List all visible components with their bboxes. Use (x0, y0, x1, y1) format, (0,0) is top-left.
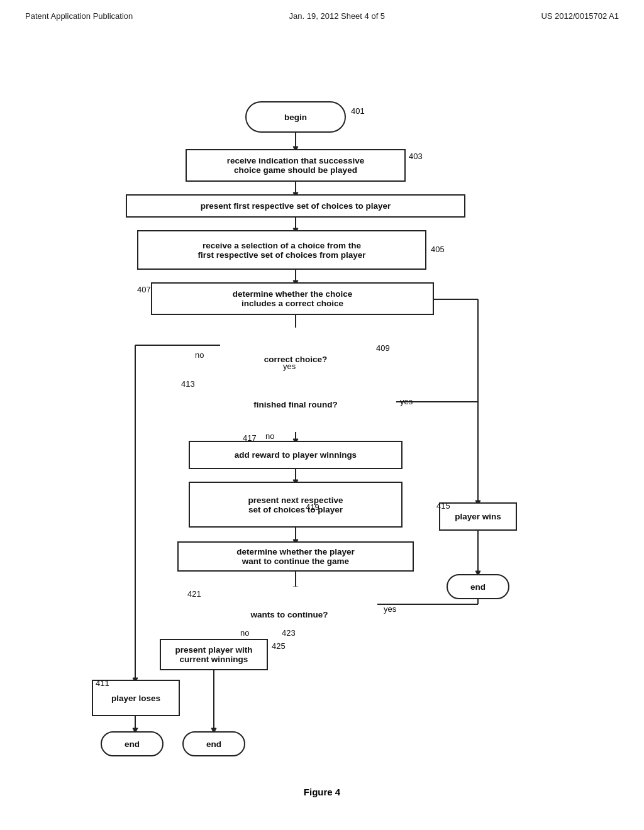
n421-no-label: no (240, 628, 249, 638)
n419-label: present next respective set of choices t… (248, 495, 343, 514)
n405-label: receive a selection of a choice from the… (197, 241, 365, 260)
page-header: Patent Application Publication Jan. 19, … (0, 0, 644, 26)
end2-node: end (101, 731, 164, 756)
n421-label: wants to continue? (251, 610, 328, 619)
n419-ref: 419 (306, 502, 319, 512)
n423-ref: 423 (282, 628, 296, 638)
player-wins-label: player wins (455, 512, 501, 521)
header-right: US 2012/0015702 A1 (541, 11, 619, 21)
n411-ref: 411 (96, 678, 109, 688)
n403-label: receive indication that successive choic… (227, 156, 364, 175)
n417-label: add reward to player winnings (235, 450, 357, 460)
n413-node: finished final round? (195, 377, 396, 432)
figure-caption: Figure 4 (0, 780, 644, 810)
n419b-label: determine whether the player want to con… (236, 547, 355, 566)
n417-node: add reward to player winnings (189, 441, 402, 469)
n409-no-label: no (195, 350, 204, 360)
n407-node: determine whether the choice includes a … (151, 282, 434, 315)
n415-ref: 415 (436, 501, 450, 511)
n425-ref: 425 (272, 641, 286, 651)
end1-node: end (447, 574, 509, 599)
header-middle: Jan. 19, 2012 Sheet 4 of 5 (289, 11, 386, 21)
n419-node: present next respective set of choices t… (189, 482, 402, 528)
end3-label: end (206, 739, 221, 749)
n413-no-label: no (265, 431, 274, 441)
header-left: Patent Application Publication (25, 11, 133, 21)
n419b-node: determine whether the player want to con… (177, 541, 414, 572)
n405-node: receive a selection of a choice from the… (137, 230, 426, 270)
n413-label: finished final round? (253, 400, 338, 409)
n404-label: present first respective set of choices … (201, 201, 391, 211)
n425-node: present player with current winnings (160, 639, 268, 670)
n407-ref: 407 (137, 285, 151, 294)
n404-node: present first respective set of choices … (126, 194, 465, 218)
end1-label: end (470, 582, 486, 592)
begin-label: begin (284, 113, 307, 122)
n421-ref: 421 (187, 589, 201, 599)
end3-node: end (182, 731, 245, 756)
diagram-area: begin 401 receive indication that succes… (0, 26, 644, 780)
n413-ref: 413 (181, 379, 195, 389)
n405-ref: 405 (431, 245, 445, 254)
n403-ref: 403 (409, 152, 423, 161)
begin-node: begin (245, 101, 346, 133)
n409-ref: 409 (376, 343, 390, 353)
end2-label: end (125, 739, 140, 749)
n403-node: receive indication that successive choic… (186, 149, 406, 182)
n409-yes-label: yes (283, 362, 296, 371)
player-wins-node: player wins (439, 502, 517, 531)
n413-yes-label: yes (400, 397, 413, 406)
n421-yes-label: yes (384, 604, 396, 614)
n407-label: determine whether the choice includes a … (233, 289, 353, 308)
n425-label: present player with current winnings (175, 645, 252, 664)
player-loses-label: player loses (111, 694, 160, 703)
begin-ref: 401 (351, 106, 365, 116)
